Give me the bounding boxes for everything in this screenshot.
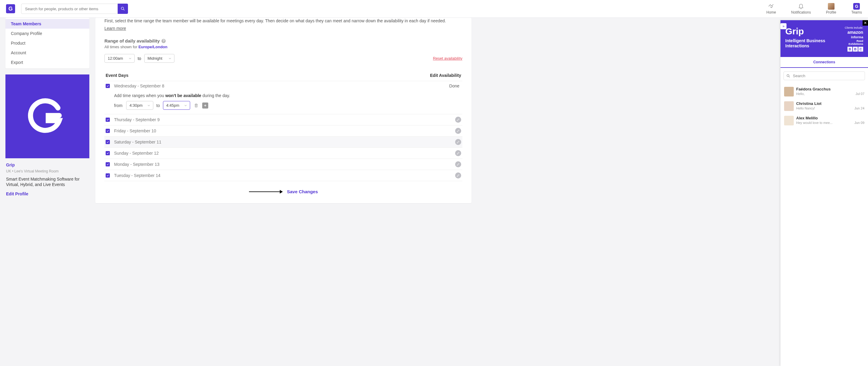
delete-range-button[interactable]	[193, 102, 199, 108]
main-column: First, select the time range the team me…	[95, 18, 471, 203]
col-edit-availability: Edit Availability	[430, 73, 461, 78]
connection-item-0[interactable]: Faédora Gracchus Hello,Jul 07	[783, 85, 865, 99]
day-label: Sunday - September 12	[114, 151, 159, 156]
day-row-2: Friday - September 10	[104, 125, 462, 137]
left-column: Team Members Company Profile Product Acc…	[5, 18, 89, 203]
day-label: Monday - September 13	[114, 162, 159, 167]
nav-notifications[interactable]: Notifications	[791, 3, 811, 14]
connections-search-placeholder: Search	[793, 73, 805, 78]
from-time-select[interactable]: 4:30pm	[126, 101, 153, 110]
save-row: Save Changes	[104, 189, 462, 194]
add-range-help: Add time ranges when you won't be availa…	[114, 93, 461, 98]
company-profile-card: Grip UK • Lee's Virtual Meeting Room Sma…	[5, 74, 89, 202]
company-description: Smart Event Matchmaking Software for Vir…	[6, 176, 89, 187]
connections-body: Search Faédora Gracchus Hello,Jul 07 Chr…	[780, 68, 868, 131]
learn-more-link[interactable]: Learn more	[104, 26, 126, 31]
edit-day-button[interactable]	[455, 128, 461, 134]
profile-avatar-icon	[828, 3, 835, 10]
day-checkbox[interactable]	[105, 151, 110, 155]
search-button[interactable]	[118, 4, 128, 14]
range-start-value: 12:00am	[108, 56, 123, 61]
col-event-days: Event Days	[105, 73, 128, 78]
day-checkbox[interactable]	[105, 162, 110, 166]
to-label: to	[137, 56, 141, 61]
range-end-select[interactable]: Midnight	[144, 54, 175, 63]
panel-logo: Grip	[785, 26, 841, 36]
day-row-1: Thursday - September 9	[104, 114, 462, 125]
connections-tab[interactable]: Connections	[780, 57, 868, 68]
bell-icon	[798, 3, 804, 9]
pencil-icon	[456, 118, 460, 122]
edit-day-button[interactable]	[455, 117, 461, 123]
connections-header: » ✕ Grip Intelligent Business Interactio…	[780, 20, 868, 57]
day-label: Wednesday - September 8	[114, 84, 164, 88]
connection-message: Hey would love to mee...	[796, 121, 832, 125]
app-logo[interactable]: G	[6, 4, 15, 13]
day-checkbox[interactable]	[105, 118, 110, 122]
day-label: Thursday - September 9	[114, 117, 160, 122]
connection-item-2[interactable]: Alex Melillo Hey would love to mee...Jun…	[783, 113, 865, 128]
connection-item-1[interactable]: Christina Liot Hello Nancy!Jun 24	[783, 99, 865, 113]
chevron-down-icon	[168, 57, 172, 60]
sidemenu-export[interactable]: Export	[5, 58, 89, 67]
day-checkbox[interactable]	[105, 129, 110, 133]
avatar	[784, 87, 794, 97]
edit-day-button[interactable]	[455, 139, 461, 145]
range-start-select[interactable]: 12:00am	[104, 54, 134, 63]
clients-label: Clients include:	[844, 26, 863, 29]
page-body: Team Members Company Profile Product Acc…	[0, 18, 477, 209]
reset-availability-link[interactable]: Reset availability	[433, 56, 462, 61]
check-icon	[106, 152, 109, 155]
check-icon	[106, 140, 109, 143]
trash-icon	[194, 103, 198, 108]
nav-profile[interactable]: Profile	[826, 3, 836, 14]
close-panel-button[interactable]: ✕	[863, 20, 868, 26]
help-icon[interactable]: ?	[161, 39, 166, 43]
chevron-down-icon	[184, 104, 187, 107]
svg-line-1	[123, 9, 124, 10]
edit-day-button[interactable]	[455, 150, 461, 156]
svg-line-3	[789, 76, 790, 77]
day-checkbox[interactable]	[105, 140, 110, 144]
arrow-annotation	[249, 192, 282, 192]
collapse-panel-button[interactable]: »	[780, 23, 786, 29]
sidemenu-account[interactable]: Account	[5, 48, 89, 58]
help-text: First, select the time range the team me…	[104, 18, 462, 24]
search-icon	[120, 6, 125, 11]
connections-panel: » ✕ Grip Intelligent Business Interactio…	[780, 20, 868, 209]
to-time-select[interactable]: 4:45pm	[163, 101, 190, 110]
add-range-button[interactable]	[202, 102, 208, 108]
check-icon	[106, 174, 109, 177]
connections-search[interactable]: Search	[783, 71, 865, 80]
timezone-link[interactable]: Europe/London	[138, 45, 167, 49]
edit-profile-link[interactable]: Edit Profile	[6, 192, 28, 196]
edit-day-button[interactable]	[455, 172, 461, 178]
company-logo	[5, 74, 89, 158]
daily-range-row: 12:00am to Midnight Reset availability	[104, 54, 462, 63]
company-meta: UK • Lee's Virtual Meeting Room	[6, 169, 89, 173]
client-bbc: BBC	[844, 47, 863, 52]
search-input[interactable]	[21, 4, 118, 14]
day-checkbox[interactable]	[105, 84, 110, 88]
done-label[interactable]: Done	[450, 84, 461, 88]
client-amazon: amazon	[844, 30, 863, 35]
day-checkbox[interactable]	[105, 173, 110, 177]
handshake-icon	[768, 3, 774, 10]
plus-icon	[204, 104, 207, 107]
nav-home[interactable]: Home	[766, 3, 776, 14]
pencil-icon	[456, 163, 460, 166]
sidemenu-company-profile[interactable]: Company Profile	[5, 29, 89, 38]
pencil-icon	[456, 140, 460, 144]
sidemenu-product[interactable]: Product	[5, 38, 89, 48]
grip-g-icon	[26, 95, 68, 137]
sidemenu-team-members[interactable]: Team Members	[5, 19, 89, 29]
edit-day-button[interactable]	[455, 161, 461, 167]
check-icon	[106, 118, 109, 121]
chevron-down-icon	[147, 104, 151, 107]
time-range-row: from 4:30pm to 4:45pm	[114, 101, 461, 110]
nav-teams[interactable]: G Teams	[851, 3, 862, 14]
nav-notifications-label: Notifications	[791, 10, 811, 14]
nav-home-label: Home	[766, 10, 776, 14]
save-changes-button[interactable]: Save Changes	[287, 189, 318, 194]
days-table-head: Event Days Edit Availability	[104, 73, 462, 81]
